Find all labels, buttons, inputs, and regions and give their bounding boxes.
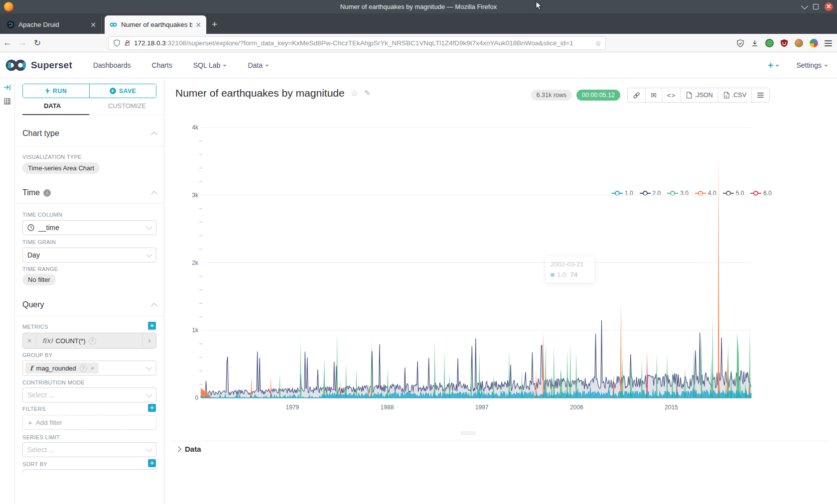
svg-text:2k: 2k (192, 259, 199, 266)
group-by-label: GROUP BY (22, 352, 156, 358)
ublock-shield-icon[interactable] (780, 39, 788, 47)
url-text: 172.18.0.3:32108/superset/explore/?form_… (134, 39, 595, 47)
svg-text:1988: 1988 (381, 404, 394, 411)
forward-button[interactable]: → (15, 38, 30, 48)
chevron-up-icon (151, 131, 157, 138)
url-bar[interactable]: 172.18.0.3:32108/superset/explore/?form_… (109, 36, 606, 50)
contribution-mode-select[interactable]: Select ... (22, 387, 156, 402)
browser-tabbar: Apache Druid ✕ Numer of earthquakes by ✕… (0, 13, 837, 34)
duration-badge: 00:00:05.12 (576, 90, 620, 101)
clock-icon (27, 224, 34, 231)
tab-close-icon[interactable]: ✕ (195, 21, 201, 29)
chevron-right-icon[interactable]: › (142, 333, 156, 348)
run-button[interactable]: RUN (23, 84, 89, 98)
download-icon[interactable] (751, 39, 759, 47)
chart-tooltip: 2002-03-21 1.0: 74 (546, 256, 594, 282)
data-panel-toggle[interactable]: Data (176, 445, 201, 453)
sort-by-select[interactable] (22, 469, 156, 473)
new-tab-button[interactable]: + (212, 19, 217, 30)
section-query[interactable]: Query (22, 300, 156, 309)
time-range-label: TIME RANGE (22, 266, 156, 272)
divider (15, 115, 164, 116)
svg-text:1997: 1997 (475, 404, 489, 411)
time-grain-select[interactable]: Day (22, 248, 156, 262)
protection-shield-icon[interactable] (736, 39, 744, 47)
add-filter-dropzone[interactable]: +Add filter (22, 415, 156, 430)
menu-hamburger-icon[interactable] (825, 43, 832, 44)
favorite-star-icon[interactable]: ☆ (351, 88, 358, 99)
viz-type-pill[interactable]: Time-series Area Chart (22, 162, 100, 174)
nav-item-sql-lab[interactable]: SQL Lab (193, 61, 227, 69)
reload-button[interactable]: ↻ (30, 38, 45, 48)
export-json-button[interactable]: .JSON (681, 88, 718, 102)
tab-apache-druid[interactable]: Apache Druid ✕ (2, 15, 102, 34)
window-titlebar: Numer of earthquakes by magnitude — Mozi… (0, 0, 837, 13)
section-chart-type[interactable]: Chart type (22, 129, 156, 138)
tab-close-icon[interactable]: ✕ (90, 21, 96, 29)
superset-infinity-icon (5, 59, 27, 72)
window-minimize-button[interactable] (801, 2, 808, 9)
nav-item-dashboards[interactable]: Dashboards (93, 61, 131, 69)
mouse-cursor (536, 1, 543, 11)
pinwheel-extension-icon[interactable] (810, 39, 818, 47)
chart-menu-button[interactable] (751, 88, 769, 102)
edit-title-icon[interactable]: ✎ (364, 89, 371, 98)
view-query-button[interactable]: <> (662, 88, 681, 102)
settings-menu[interactable]: Settings (796, 61, 828, 69)
time-range-pill[interactable]: No filter (22, 274, 56, 285)
add-sort-button[interactable]: + (148, 459, 156, 467)
app-window: Numer of earthquakes by magnitude — Mozi… (0, 0, 837, 504)
back-button[interactable]: ← (0, 38, 15, 48)
firefox-icon (4, 2, 13, 11)
cookie-extension-icon[interactable] (795, 39, 803, 47)
lightning-icon (45, 88, 50, 94)
chevron-down-icon (775, 65, 779, 67)
chevron-down-icon (265, 65, 269, 67)
save-button[interactable]: + SAVE (89, 84, 156, 98)
series-limit-select[interactable]: Select ... (22, 442, 156, 457)
dataset-grid-icon[interactable] (3, 98, 11, 105)
envelope-icon: ✉ (651, 91, 657, 99)
tooltip-date: 2002-03-21 (551, 260, 589, 268)
remove-chip-icon[interactable]: × (91, 365, 95, 372)
tab-earthquakes-chart[interactable]: Numer of earthquakes by ✕ (105, 15, 206, 34)
svg-text:2006: 2006 (570, 404, 583, 411)
window-close-button[interactable]: ✕ (825, 2, 833, 11)
add-new-button[interactable]: + (768, 60, 779, 71)
tab-customize[interactable]: CUSTOMIZE (90, 102, 164, 115)
window-restore-button[interactable] (813, 4, 819, 9)
chevron-down-icon (146, 251, 152, 257)
export-csv-button[interactable]: .CSV (718, 88, 751, 102)
tracking-shield-icon[interactable] (113, 39, 121, 47)
metrics-label: METRICS (22, 324, 156, 330)
run-save-group: RUN + SAVE (22, 84, 156, 98)
file-icon (686, 92, 692, 99)
email-button[interactable]: ✉ (645, 88, 662, 102)
share-link-button[interactable] (628, 88, 645, 102)
group-by-chip[interactable]: f mag_rounded ? × (25, 363, 99, 374)
insecure-lock-icon[interactable] (124, 39, 131, 47)
expand-panel-icon[interactable] (3, 84, 11, 91)
help-icon: ? (89, 337, 96, 345)
section-time[interactable]: Time i (22, 188, 156, 197)
resize-handle[interactable] (461, 432, 476, 436)
browser-toolbar: ← → ↻ 172.18.0.3:32108/superset/explore/… (0, 34, 837, 52)
group-by-select[interactable]: f mag_rounded ? × (22, 361, 156, 376)
chart-canvas[interactable]: 01k2k3k4k19791988199720062015 (184, 123, 777, 416)
remove-metric-icon[interactable]: × (23, 333, 36, 348)
superset-logo[interactable]: Superset (5, 59, 72, 72)
nav-item-charts[interactable]: Charts (151, 61, 172, 69)
add-metric-button[interactable]: + (148, 322, 156, 330)
divider (172, 441, 829, 441)
tooltip-series: 1.0: (557, 271, 568, 278)
info-icon: i (43, 189, 51, 197)
chart-title: Numer of earthquakes by magnitude (175, 87, 345, 99)
nav-item-data[interactable]: Data (248, 61, 269, 69)
add-filter-plus-button[interactable]: + (148, 404, 156, 412)
svg-text:3k: 3k (192, 192, 199, 199)
tab-data[interactable]: DATA (15, 102, 90, 115)
metric-chip[interactable]: × f(x) COUNT(*) ? › (22, 333, 156, 349)
time-column-select[interactable]: __time (22, 220, 156, 235)
extension-green-icon[interactable] (765, 39, 774, 47)
bookmark-star-icon[interactable]: ☆ (595, 39, 601, 47)
